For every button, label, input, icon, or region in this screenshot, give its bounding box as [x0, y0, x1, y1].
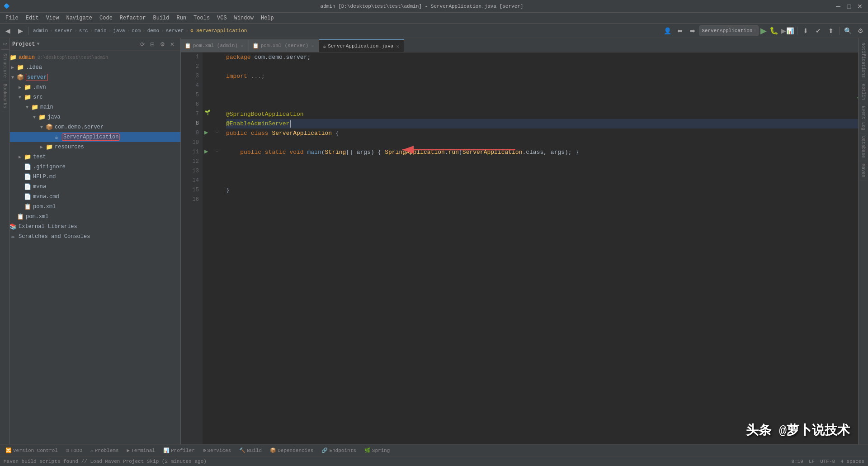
tab-dependencies[interactable]: 📦 Dependencies	[266, 447, 317, 454]
settings-button[interactable]: ⚙	[854, 25, 866, 37]
git-update-button[interactable]: ⬇	[800, 25, 811, 37]
search-everywhere-button[interactable]: 🔍	[842, 25, 854, 37]
nav-next-button[interactable]: ➡	[687, 25, 698, 37]
code-line-4	[226, 81, 862, 90]
tab-close-serverapp[interactable]: ✕	[395, 43, 400, 50]
breadcrumb-demo[interactable]: demo	[147, 28, 159, 33]
tab-spring[interactable]: 🌿 Spring	[361, 447, 394, 454]
menu-vcs[interactable]: VCS	[213, 14, 231, 22]
panel-collapse-button[interactable]: ⊟	[148, 40, 157, 49]
menu-code[interactable]: Code	[96, 14, 116, 22]
tab-services[interactable]: ⚙ Services	[199, 447, 235, 454]
breadcrumb-java[interactable]: java	[113, 28, 125, 33]
maven-panel[interactable]: Maven	[860, 161, 867, 181]
tree-item-mvnw-cmd[interactable]: ▶ 📄 mvnw.cmd	[0, 192, 180, 202]
menu-file[interactable]: File	[2, 14, 22, 22]
tab-close-pom-admin[interactable]: ✕	[240, 43, 245, 49]
tree-item-mvnw[interactable]: ▶ 📄 mvnw	[0, 182, 180, 192]
xml-icon: 📋	[16, 213, 24, 220]
git-push-button[interactable]: ⬆	[825, 25, 837, 37]
tab-build[interactable]: 🔨 Build	[236, 447, 265, 454]
structure-panel[interactable]: Structure	[1, 51, 8, 81]
run-with-coverage-button[interactable]: ▶📊	[780, 27, 795, 34]
folder-icon: 📁	[9, 54, 17, 61]
tree-item-gitignore[interactable]: ▶ 📄 .gitignore	[0, 162, 180, 172]
back-button[interactable]: ◀	[2, 25, 14, 37]
fold-marker-2[interactable]: ⊟	[216, 147, 218, 153]
kotlin-panel[interactable]: Kotlin	[860, 81, 867, 103]
menu-refactor[interactable]: Refactor	[116, 14, 150, 22]
folder-icon: 📁	[31, 104, 39, 111]
tab-endpoints[interactable]: 🔗 Endpoints	[318, 447, 359, 454]
bean-gutter-icon[interactable]: 🌱	[204, 109, 211, 115]
tree-item-resources[interactable]: ▶ 📁 resources	[0, 142, 180, 152]
profile-button[interactable]: 👤	[661, 25, 673, 37]
menu-window[interactable]: Window	[231, 14, 257, 22]
tree-item-package[interactable]: ▼ 📦 com.demo.server	[0, 122, 180, 132]
database-panel[interactable]: Database	[860, 133, 867, 161]
menu-view[interactable]: View	[42, 14, 63, 22]
tab-todo[interactable]: ☑ TODO	[62, 447, 86, 454]
event-log-panel[interactable]: Event Log	[860, 103, 867, 133]
menu-build[interactable]: Build	[149, 14, 173, 22]
menu-tools[interactable]: Tools	[190, 14, 213, 22]
tab-pom-server[interactable]: 📋 pom.xml (server) ✕	[249, 39, 319, 52]
close-button[interactable]: ✕	[855, 2, 864, 11]
run-gutter-icon[interactable]: ▶	[204, 128, 208, 136]
tree-item-java[interactable]: ▼ 📁 java	[0, 112, 180, 122]
tab-terminal[interactable]: ▶ Terminal	[123, 447, 159, 454]
breadcrumb-com[interactable]: com	[132, 28, 141, 33]
run-gutter-icon-2[interactable]: ▶	[204, 147, 208, 155]
tree-item-help[interactable]: ▶ 📄 HELP.md	[0, 172, 180, 182]
run-button[interactable]: ▶	[760, 26, 768, 36]
forward-button[interactable]: ▶	[14, 25, 26, 37]
maximize-button[interactable]: □	[844, 2, 854, 11]
code-line-14	[226, 176, 862, 185]
panel-header-actions: ⟳ ⊟ ⚙ ✕	[138, 40, 177, 49]
breadcrumb-server2[interactable]: server	[166, 28, 184, 33]
panel-gear-button[interactable]: ⚙	[158, 40, 167, 49]
panel-sync-button[interactable]: ⟳	[138, 40, 147, 49]
menu-help[interactable]: Help	[257, 14, 278, 22]
project-panel-toggle[interactable]: 1	[1, 40, 8, 48]
tree-item-test[interactable]: ▶ 📁 test	[0, 152, 180, 162]
tab-pom-admin[interactable]: 📋 pom.xml (admin) ✕	[181, 39, 249, 52]
tab-problems[interactable]: ⚠ Problems	[87, 447, 122, 454]
menu-run[interactable]: Run	[173, 14, 190, 22]
debug-button[interactable]: 🐛	[769, 26, 779, 35]
bookmarks-panel[interactable]: Bookmarks	[1, 81, 8, 111]
breadcrumb-src[interactable]: src	[79, 28, 88, 33]
notifications-panel[interactable]: Notifications	[860, 40, 867, 81]
menu-edit[interactable]: Edit	[22, 14, 42, 22]
tab-label-profiler: Profiler	[171, 448, 195, 453]
tab-version-control[interactable]: 🔀 Version Control	[2, 447, 61, 454]
tree-item-idea[interactable]: ▶ 📁 .idea	[0, 62, 180, 72]
tree-item-pom-admin[interactable]: ▶ 📋 pom.xml	[0, 212, 180, 222]
tree-label-src: src	[33, 94, 43, 100]
tree-item-mvn[interactable]: ▶ 📁 .mvn	[0, 82, 180, 92]
breadcrumb-server[interactable]: server	[55, 28, 73, 33]
menu-navigate[interactable]: Navigate	[62, 14, 96, 22]
tree-item-admin[interactable]: ▼ 📁 admin D:\desktop\test\test\admin	[0, 52, 180, 62]
tab-close-pom-server[interactable]: ✕	[310, 43, 315, 49]
tree-item-serverapp[interactable]: ▶ ☕ ServerApplication	[0, 132, 180, 142]
line-num-6: 6	[184, 100, 199, 109]
breadcrumb-admin[interactable]: admin	[33, 28, 48, 33]
tree-item-server[interactable]: ▼ 📦 server	[0, 72, 180, 82]
breadcrumb-main[interactable]: main	[94, 28, 106, 33]
panel-close-button[interactable]: ✕	[168, 40, 177, 49]
editor-code[interactable]: package com.demo.server; import ...; @Sp…	[221, 52, 862, 444]
nav-prev-button[interactable]: ⬅	[674, 25, 686, 37]
tab-serverapp[interactable]: ☕ ServerApplication.java ✕	[319, 39, 404, 52]
arrow-icon: ▶	[16, 85, 24, 90]
minimize-button[interactable]: ─	[834, 2, 843, 11]
git-commit-button[interactable]: ✔	[812, 25, 824, 37]
status-encoding: LF	[809, 459, 815, 464]
tree-item-scratches[interactable]: ▶ ✏️ Scratches and Consoles	[0, 232, 180, 242]
tab-profiler[interactable]: 📊 Profiler	[160, 447, 198, 454]
tree-item-main[interactable]: ▼ 📁 main	[0, 102, 180, 112]
tree-item-pom-server[interactable]: ▶ 📋 pom.xml	[0, 202, 180, 212]
tree-item-src[interactable]: ▼ 📁 src	[0, 92, 180, 102]
fold-marker[interactable]: ⊟	[216, 128, 218, 134]
tree-item-ext-libs[interactable]: ▶ 📚 External Libraries	[0, 222, 180, 232]
